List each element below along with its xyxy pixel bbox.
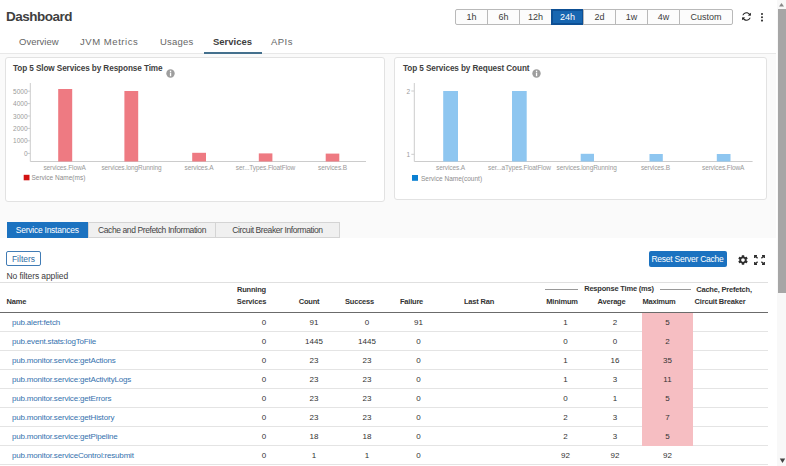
svg-text:0: 0 (24, 150, 28, 157)
svg-text:services.A: services.A (436, 164, 466, 171)
svg-text:Service Name(ms): Service Name(ms) (32, 174, 86, 182)
svg-text:3000: 3000 (13, 113, 28, 120)
svg-text:ser...aTypes.FloatFlow: ser...aTypes.FloatFlow (488, 164, 551, 172)
svg-text:4000: 4000 (13, 100, 28, 107)
svg-text:services.B: services.B (641, 164, 670, 171)
svg-text:5000: 5000 (13, 88, 28, 95)
svg-text:services.longRunning: services.longRunning (101, 164, 162, 172)
svg-text:1: 1 (406, 151, 410, 158)
svg-text:1000: 1000 (13, 137, 28, 144)
svg-text:Service Name(count): Service Name(count) (421, 175, 482, 183)
svg-text:services.longRunning: services.longRunning (557, 164, 618, 172)
svg-text:services.FlowA: services.FlowA (702, 164, 745, 171)
svg-text:2: 2 (406, 88, 410, 95)
svg-text:2000: 2000 (13, 125, 28, 132)
svg-text:services.B: services.B (318, 164, 347, 171)
svg-text:ser...Types.FloatFlow: ser...Types.FloatFlow (236, 164, 296, 172)
svg-text:services.FlowA: services.FlowA (43, 164, 86, 171)
svg-text:services.A: services.A (185, 164, 215, 171)
